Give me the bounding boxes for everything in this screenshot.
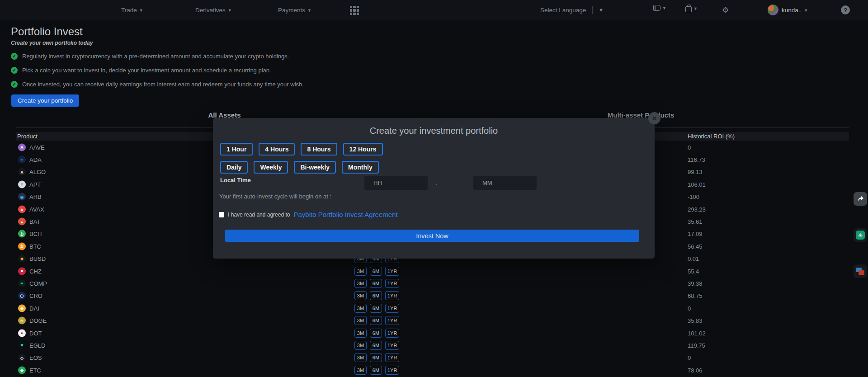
duration-options: 1 Hour 4 Hours 8 Hours 12 Hours — [220, 143, 383, 156]
period-buttons: 3M6M1YR — [354, 341, 399, 350]
agreement-checkbox[interactable] — [219, 212, 224, 217]
roi-value: 56.45 — [688, 243, 703, 250]
select-language[interactable]: Select Language — [540, 0, 586, 20]
coin-name: BTC — [29, 243, 41, 250]
share-widget-icon[interactable] — [854, 192, 867, 206]
period-button-6m[interactable]: 6M — [370, 329, 382, 338]
period-button-1yr[interactable]: 1YR — [385, 329, 399, 338]
chevron-down-icon: ▼ — [139, 8, 143, 13]
page-title: Portfolio Invest — [11, 25, 83, 38]
frequency-daily[interactable]: Daily — [220, 161, 248, 174]
nav-payments[interactable]: Payments ▼ — [278, 0, 311, 20]
duration-1-hour[interactable]: 1 Hour — [220, 143, 253, 156]
period-button-3m[interactable]: 3M — [354, 267, 367, 276]
roi-value: 68.75 — [688, 292, 703, 299]
coin-name: CRO — [29, 292, 42, 299]
check-circle-icon: ✓ — [11, 53, 18, 60]
table-row[interactable]: ◈ DAI 3M6M1YR 0 — [16, 302, 849, 314]
coin-name: BCH — [29, 231, 42, 237]
create-portfolio-button[interactable]: Create your portfolio — [11, 94, 79, 107]
table-row[interactable]: ⬡ CRO 3M6M1YR 68.75 — [16, 290, 849, 302]
close-icon[interactable]: ✕ — [648, 112, 660, 124]
period-button-3m[interactable]: 3M — [354, 304, 367, 313]
coin-icon: ● — [18, 329, 26, 337]
user-menu[interactable]: kunda.. ▼ — [782, 0, 808, 20]
period-button-3m[interactable]: 3M — [354, 341, 367, 350]
coin-name: ALGO — [29, 169, 46, 175]
period-button-6m[interactable]: 6M — [370, 341, 382, 350]
period-button-3m[interactable]: 3M — [354, 291, 367, 300]
language-dropdown-icon[interactable]: ▼ — [599, 7, 604, 13]
coin-icon: ◉ — [18, 193, 26, 201]
period-buttons: 3M6M1YR — [354, 353, 399, 362]
orders-menu[interactable]: ▼ — [653, 5, 666, 11]
period-button-1yr[interactable]: 1YR — [385, 304, 399, 313]
table-row[interactable]: ✕ CHZ 3M6M1YR 55.4 — [16, 265, 849, 277]
portfolio-invest-page: Trade ▼ Derivatives ▼ Payments ▼ Select … — [0, 0, 868, 377]
coin-cell: ❖ BUSD — [18, 255, 46, 263]
frequency-weekly[interactable]: Weekly — [254, 161, 288, 174]
period-button-1yr[interactable]: 1YR — [385, 267, 399, 276]
period-button-3m[interactable]: 3M — [354, 366, 367, 375]
roi-value: 116.73 — [688, 156, 705, 163]
hour-input[interactable] — [364, 176, 428, 190]
period-button-3m[interactable]: 3M — [354, 316, 367, 325]
duration-12-hours[interactable]: 12 Hours — [343, 143, 383, 156]
period-button-1yr[interactable]: 1YR — [385, 341, 399, 350]
coin-cell: Ð DOGE — [18, 317, 47, 325]
period-button-6m[interactable]: 6M — [370, 304, 382, 313]
period-button-1yr[interactable]: 1YR — [385, 366, 399, 375]
assistant-widget-icon[interactable]: ✳ — [854, 228, 867, 242]
duration-8-hours[interactable]: 8 Hours — [301, 143, 337, 156]
table-row[interactable]: ✕ EGLD 3M6M1YR 119.75 — [16, 339, 849, 351]
period-button-1yr[interactable]: 1YR — [385, 353, 399, 362]
roi-value: 99.13 — [688, 169, 703, 175]
coin-name: DOT — [29, 330, 42, 336]
column-product: Product — [17, 133, 38, 140]
period-button-6m[interactable]: 6M — [370, 279, 382, 288]
nav-derivatives[interactable]: Derivatives ▼ — [195, 0, 232, 20]
period-button-6m[interactable]: 6M — [370, 291, 382, 300]
table-row[interactable]: ✦ COMP 3M6M1YR 39.38 — [16, 277, 849, 289]
period-button-6m[interactable]: 6M — [370, 366, 382, 375]
bag-icon — [685, 6, 692, 12]
period-button-6m[interactable]: 6M — [370, 353, 382, 362]
duration-4-hours[interactable]: 4 Hours — [259, 143, 295, 156]
period-button-1yr[interactable]: 1YR — [385, 316, 399, 325]
coin-name: DOGE — [29, 317, 47, 324]
nav-trade[interactable]: Trade ▼ — [121, 0, 143, 20]
frequency-biweekly[interactable]: Bi-weekly — [294, 161, 336, 174]
agreement-link[interactable]: Paybito Portfolio Invest Agreement — [293, 211, 397, 218]
coin-icon: ₿ — [18, 242, 26, 250]
bullet-text: Regularly invest in cryptocurrency with … — [22, 53, 289, 60]
period-button-1yr[interactable]: 1YR — [385, 291, 399, 300]
feature-bullet: ✓ Regularly invest in cryptocurrency wit… — [11, 53, 289, 60]
period-button-3m[interactable]: 3M — [354, 329, 367, 338]
time-colon: : — [435, 179, 437, 186]
help-icon[interactable]: ? — [841, 5, 850, 14]
coin-icon: ◈ — [18, 304, 26, 312]
period-button-3m[interactable]: 3M — [354, 353, 367, 362]
period-button-6m[interactable]: 6M — [370, 267, 382, 276]
period-button-3m[interactable]: 3M — [354, 279, 367, 288]
table-row[interactable]: ◆ ETC 3M6M1YR 78.06 — [16, 364, 849, 376]
chat-widget-icon[interactable] — [854, 264, 867, 278]
minute-input[interactable] — [473, 176, 537, 190]
settings-gear-icon[interactable]: ⚙ — [722, 5, 729, 15]
coin-cell: ≡ APT — [18, 180, 41, 188]
period-button-6m[interactable]: 6M — [370, 316, 382, 325]
wallet-menu[interactable]: ▼ — [685, 5, 698, 12]
invest-now-button[interactable]: Invest Now — [225, 230, 639, 242]
frequency-monthly[interactable]: Monthly — [342, 161, 379, 174]
table-row[interactable]: Ð DOGE 3M6M1YR 35.83 — [16, 314, 849, 326]
coin-cell: ✕ EGLD — [18, 341, 45, 349]
apps-grid-icon[interactable] — [350, 6, 359, 15]
period-button-1yr[interactable]: 1YR — [385, 279, 399, 288]
coin-icon: ⬡ — [18, 292, 26, 300]
table-row[interactable]: ◇ EOS 3M6M1YR 0 — [16, 352, 849, 364]
roi-value: 17.09 — [688, 231, 703, 237]
roi-value: 119.75 — [688, 342, 705, 349]
coin-name: CHZ — [29, 268, 42, 274]
table-row[interactable]: ● DOT 3M6M1YR 101.02 — [16, 327, 849, 339]
user-avatar[interactable] — [768, 5, 778, 15]
